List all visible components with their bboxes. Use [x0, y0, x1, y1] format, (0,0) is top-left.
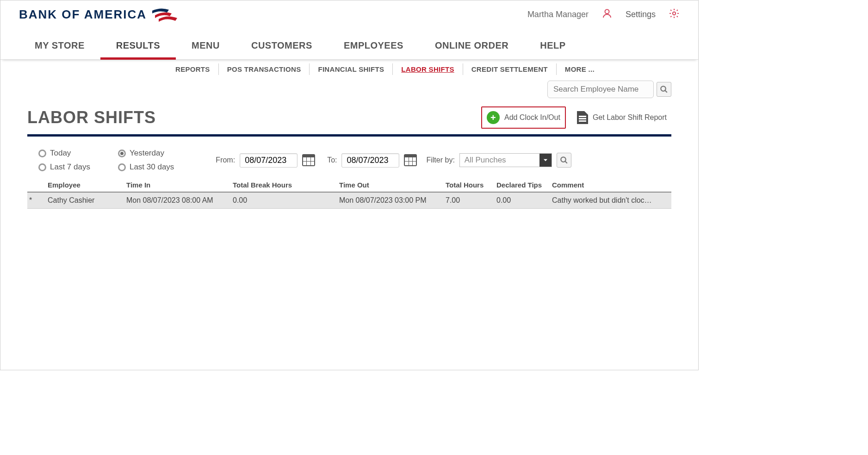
table-row[interactable]: * Cathy Cashier Mon 08/07/2023 08:00 AM … — [27, 193, 671, 209]
from-date-input[interactable] — [240, 153, 298, 168]
cell-declared-tips: 0.00 — [495, 196, 550, 205]
subtab-financial-shifts[interactable]: FINANCIAL SHIFTS — [310, 63, 393, 75]
title-divider — [27, 134, 671, 137]
filterby-value: All Punches — [460, 156, 511, 165]
cell-employee: Cathy Cashier — [46, 196, 124, 205]
sub-nav: REPORTS POS TRANSACTIONS FINANCIAL SHIFT… — [0, 60, 698, 79]
svg-point-1 — [673, 12, 676, 14]
filterby-label: Filter by: — [426, 156, 454, 164]
tab-customers[interactable]: CUSTOMERS — [236, 36, 328, 59]
from-calendar-button[interactable] — [302, 154, 315, 166]
col-time-out[interactable]: Time Out — [337, 181, 444, 189]
gear-icon[interactable] — [669, 8, 680, 21]
tab-menu[interactable]: MENU — [176, 36, 236, 59]
tab-help[interactable]: HELP — [524, 36, 581, 59]
tab-my-store[interactable]: MY STORE — [19, 36, 100, 59]
get-labor-shift-report-button[interactable]: Get Labor Shift Report — [572, 107, 671, 128]
col-break-hours[interactable]: Total Break Hours — [231, 181, 337, 189]
cell-marker: * — [27, 196, 46, 205]
subtab-pos-transactions[interactable]: POS TRANSACTIONS — [219, 63, 310, 75]
cell-time-in: Mon 08/07/2023 08:00 AM — [124, 196, 231, 205]
radio-today[interactable]: Today — [38, 149, 90, 158]
radio-last-7-days[interactable]: Last 7 days — [38, 162, 90, 172]
radio-last-30-days[interactable]: Last 30 days — [118, 162, 174, 172]
search-input[interactable] — [547, 81, 654, 98]
to-date-input[interactable] — [341, 153, 399, 168]
report-label: Get Labor Shift Report — [593, 113, 667, 122]
col-comment[interactable]: Comment — [550, 181, 661, 189]
svg-point-3 — [561, 157, 566, 162]
subtab-more[interactable]: MORE ... — [557, 63, 603, 75]
col-total-hours[interactable]: Total Hours — [444, 181, 495, 189]
cell-total-hours: 7.00 — [444, 196, 495, 205]
radio-dot-icon — [38, 150, 46, 157]
date-range-radio-group: Today Yesterday Last 7 days Last 30 days — [27, 149, 174, 172]
add-clock-label: Add Clock In/Out — [504, 113, 560, 122]
cell-comment: Cathy worked but didn't cloc… — [550, 196, 661, 205]
svg-point-2 — [661, 86, 666, 91]
from-label: From: — [216, 156, 235, 164]
subtab-labor-shifts[interactable]: LABOR SHIFTS — [393, 63, 463, 75]
radio-dot-icon — [38, 163, 46, 171]
svg-point-0 — [605, 9, 609, 13]
tab-results[interactable]: RESULTS — [100, 36, 176, 60]
document-icon — [577, 111, 588, 124]
brand-logo[interactable]: BANK OF AMERICA — [19, 6, 179, 23]
filters-row: Today Yesterday Last 7 days Last 30 days… — [27, 149, 671, 172]
user-name[interactable]: Martha Manager — [527, 10, 589, 19]
plus-icon: + — [487, 111, 500, 124]
to-calendar-button[interactable] — [404, 154, 417, 166]
filter-by-select[interactable]: All Punches — [459, 153, 552, 167]
tab-employees[interactable]: EMPLOYEES — [328, 36, 419, 59]
cell-time-out: Mon 08/07/2023 03:00 PM — [337, 196, 444, 205]
subtab-reports[interactable]: REPORTS — [167, 63, 219, 75]
tab-online-order[interactable]: ONLINE ORDER — [419, 36, 524, 59]
topbar: BANK OF AMERICA Martha Manager Settings — [0, 0, 698, 23]
chevron-down-icon — [539, 154, 552, 167]
filter-search-button[interactable] — [557, 153, 571, 168]
radio-yesterday[interactable]: Yesterday — [118, 149, 174, 158]
brand-flag-icon — [151, 6, 179, 23]
page-title: LABOR SHIFTS — [27, 108, 156, 127]
to-label: To: — [327, 156, 337, 164]
radio-dot-icon — [118, 150, 126, 157]
col-marker — [27, 181, 46, 189]
add-clock-in-out-button[interactable]: + Add Clock In/Out — [481, 106, 566, 129]
col-employee[interactable]: Employee — [46, 181, 124, 189]
subtab-credit-settlement[interactable]: CREDIT SETTLEMENT — [463, 63, 557, 75]
user-icon[interactable] — [601, 8, 613, 21]
settings-link[interactable]: Settings — [626, 10, 656, 19]
search-button[interactable] — [657, 82, 671, 97]
col-declared-tips[interactable]: Declared Tips — [495, 181, 550, 189]
labor-shifts-table: Employee Time In Total Break Hours Time … — [27, 178, 671, 209]
table-header: Employee Time In Total Break Hours Time … — [27, 178, 671, 193]
radio-dot-icon — [118, 163, 126, 171]
col-time-in[interactable]: Time In — [124, 181, 231, 189]
brand-name: BANK OF AMERICA — [19, 7, 147, 22]
main-nav: MY STORE RESULTS MENU CUSTOMERS EMPLOYEE… — [0, 36, 698, 60]
cell-break-hours: 0.00 — [231, 196, 337, 205]
